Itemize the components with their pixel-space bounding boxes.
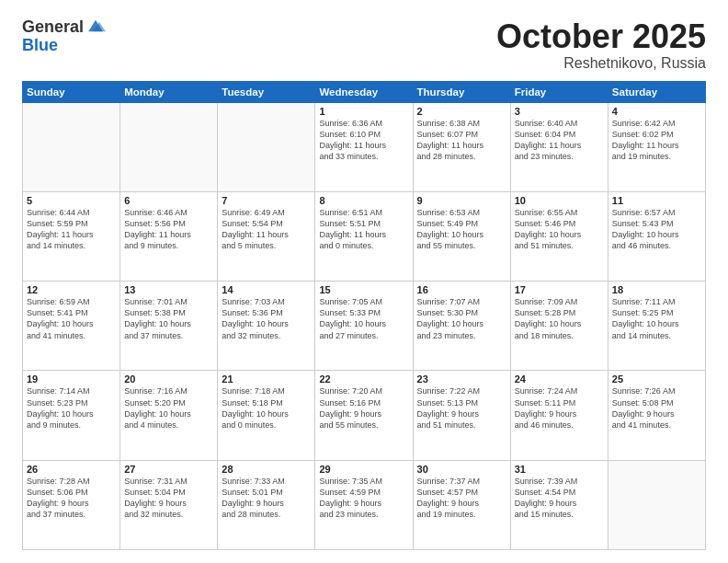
day-info: Sunrise: 7:16 AM Sunset: 5:20 PM Dayligh… [124,385,213,431]
day-number: 19 [27,373,116,385]
day-number: 16 [417,284,506,295]
day-info: Sunrise: 7:07 AM Sunset: 5:30 PM Dayligh… [417,296,506,341]
calendar-week-row: 5Sunrise: 6:44 AM Sunset: 5:59 PM Daylig… [23,191,706,281]
day-number: 1 [319,106,408,117]
table-row: 30Sunrise: 7:37 AM Sunset: 4:57 PM Dayli… [413,460,510,549]
day-number: 13 [124,284,213,295]
day-number: 21 [222,373,311,385]
day-info: Sunrise: 7:35 AM Sunset: 4:59 PM Dayligh… [319,476,408,521]
day-number: 23 [417,373,506,385]
table-row: 28Sunrise: 7:33 AM Sunset: 5:01 PM Dayli… [218,460,315,549]
table-row: 6Sunrise: 6:46 AM Sunset: 5:56 PM Daylig… [120,191,218,281]
table-row: 20Sunrise: 7:16 AM Sunset: 5:20 PM Dayli… [120,371,218,460]
day-number: 18 [612,284,701,295]
day-info: Sunrise: 7:37 AM Sunset: 4:57 PM Dayligh… [417,476,506,521]
day-number: 30 [417,464,506,475]
day-number: 15 [319,284,408,295]
day-number: 6 [124,195,213,206]
table-row: 18Sunrise: 7:11 AM Sunset: 5:25 PM Dayli… [608,282,705,371]
col-monday: Monday [120,81,218,102]
day-number: 11 [612,195,701,206]
table-row: 22Sunrise: 7:20 AM Sunset: 5:16 PM Dayli… [315,371,413,460]
day-info: Sunrise: 7:28 AM Sunset: 5:06 PM Dayligh… [27,476,116,521]
day-info: Sunrise: 7:05 AM Sunset: 5:33 PM Dayligh… [319,296,408,341]
day-info: Sunrise: 7:22 AM Sunset: 5:13 PM Dayligh… [417,385,506,431]
table-row: 8Sunrise: 6:51 AM Sunset: 5:51 PM Daylig… [315,191,413,281]
day-info: Sunrise: 6:53 AM Sunset: 5:49 PM Dayligh… [417,207,506,252]
day-info: Sunrise: 7:26 AM Sunset: 5:08 PM Dayligh… [612,385,701,431]
day-info: Sunrise: 6:55 AM Sunset: 5:46 PM Dayligh… [515,207,604,252]
table-row: 25Sunrise: 7:26 AM Sunset: 5:08 PM Dayli… [608,371,705,460]
day-number: 7 [222,195,311,206]
table-row: 11Sunrise: 6:57 AM Sunset: 5:43 PM Dayli… [608,191,705,281]
day-info: Sunrise: 6:44 AM Sunset: 5:59 PM Dayligh… [27,207,116,252]
day-info: Sunrise: 7:03 AM Sunset: 5:36 PM Dayligh… [222,296,311,341]
calendar-week-row: 26Sunrise: 7:28 AM Sunset: 5:06 PM Dayli… [23,460,706,549]
day-info: Sunrise: 7:31 AM Sunset: 5:04 PM Dayligh… [124,476,213,521]
logo-icon [85,16,106,36]
day-number: 27 [124,464,213,475]
day-number: 28 [222,464,311,475]
table-row: 9Sunrise: 6:53 AM Sunset: 5:49 PM Daylig… [413,191,510,281]
day-info: Sunrise: 7:24 AM Sunset: 5:11 PM Dayligh… [515,385,604,431]
table-row: 23Sunrise: 7:22 AM Sunset: 5:13 PM Dayli… [413,371,510,460]
logo-blue-text: Blue [22,37,106,55]
table-row: 21Sunrise: 7:18 AM Sunset: 5:18 PM Dayli… [218,371,315,460]
day-info: Sunrise: 6:38 AM Sunset: 6:07 PM Dayligh… [417,118,506,163]
table-row: 2Sunrise: 6:38 AM Sunset: 6:07 PM Daylig… [413,102,510,191]
day-info: Sunrise: 6:49 AM Sunset: 5:54 PM Dayligh… [222,207,311,252]
calendar-table: Sunday Monday Tuesday Wednesday Thursday… [22,81,706,550]
day-number: 24 [515,373,604,385]
day-info: Sunrise: 6:57 AM Sunset: 5:43 PM Dayligh… [612,207,701,252]
day-info: Sunrise: 6:42 AM Sunset: 6:02 PM Dayligh… [612,118,701,163]
table-row: 4Sunrise: 6:42 AM Sunset: 6:02 PM Daylig… [608,102,705,191]
table-row: 5Sunrise: 6:44 AM Sunset: 5:59 PM Daylig… [23,191,120,281]
day-number: 3 [515,106,604,117]
day-info: Sunrise: 7:14 AM Sunset: 5:23 PM Dayligh… [27,385,116,431]
table-row: 3Sunrise: 6:40 AM Sunset: 6:04 PM Daylig… [510,102,608,191]
table-row: 27Sunrise: 7:31 AM Sunset: 5:04 PM Dayli… [120,460,218,549]
col-wednesday: Wednesday [315,81,413,102]
day-info: Sunrise: 6:40 AM Sunset: 6:04 PM Dayligh… [515,118,604,163]
day-number: 8 [319,195,408,206]
col-sunday: Sunday [23,81,120,102]
day-number: 25 [612,373,701,385]
day-info: Sunrise: 7:20 AM Sunset: 5:16 PM Dayligh… [319,385,408,431]
day-number: 17 [515,284,604,295]
logo-general-text: General [22,18,84,37]
location: Reshetnikovo, Russia [496,55,706,72]
calendar-week-row: 12Sunrise: 6:59 AM Sunset: 5:41 PM Dayli… [23,282,706,371]
table-row: 16Sunrise: 7:07 AM Sunset: 5:30 PM Dayli… [413,282,510,371]
table-row: 17Sunrise: 7:09 AM Sunset: 5:28 PM Dayli… [510,282,608,371]
title-block: October 2025 Reshetnikovo, Russia [496,18,706,72]
table-row: 26Sunrise: 7:28 AM Sunset: 5:06 PM Dayli… [23,460,120,549]
table-row: 1Sunrise: 6:36 AM Sunset: 6:10 PM Daylig… [315,102,413,191]
table-row: 10Sunrise: 6:55 AM Sunset: 5:46 PM Dayli… [510,191,608,281]
calendar-week-row: 19Sunrise: 7:14 AM Sunset: 5:23 PM Dayli… [23,371,706,460]
table-row: 24Sunrise: 7:24 AM Sunset: 5:11 PM Dayli… [510,371,608,460]
calendar-week-row: 1Sunrise: 6:36 AM Sunset: 6:10 PM Daylig… [23,102,706,191]
header: General Blue October 2025 Reshetnikovo, … [22,18,706,72]
day-info: Sunrise: 6:51 AM Sunset: 5:51 PM Dayligh… [319,207,408,252]
col-tuesday: Tuesday [218,81,315,102]
table-row: 15Sunrise: 7:05 AM Sunset: 5:33 PM Dayli… [315,282,413,371]
day-info: Sunrise: 6:59 AM Sunset: 5:41 PM Dayligh… [27,296,116,341]
day-info: Sunrise: 7:33 AM Sunset: 5:01 PM Dayligh… [222,476,311,521]
day-number: 2 [417,106,506,117]
day-info: Sunrise: 6:36 AM Sunset: 6:10 PM Dayligh… [319,118,408,163]
table-row: 31Sunrise: 7:39 AM Sunset: 4:54 PM Dayli… [510,460,608,549]
col-thursday: Thursday [413,81,510,102]
table-row [23,102,120,191]
month-title: October 2025 [496,18,706,55]
day-info: Sunrise: 7:09 AM Sunset: 5:28 PM Dayligh… [515,296,604,341]
table-row: 29Sunrise: 7:35 AM Sunset: 4:59 PM Dayli… [315,460,413,549]
col-friday: Friday [510,81,608,102]
table-row: 7Sunrise: 6:49 AM Sunset: 5:54 PM Daylig… [218,191,315,281]
day-info: Sunrise: 7:18 AM Sunset: 5:18 PM Dayligh… [222,385,311,431]
day-number: 12 [27,284,116,295]
day-info: Sunrise: 6:46 AM Sunset: 5:56 PM Dayligh… [124,207,213,252]
table-row: 13Sunrise: 7:01 AM Sunset: 5:38 PM Dayli… [120,282,218,371]
day-number: 22 [319,373,408,385]
table-row: 12Sunrise: 6:59 AM Sunset: 5:41 PM Dayli… [23,282,120,371]
day-number: 14 [222,284,311,295]
